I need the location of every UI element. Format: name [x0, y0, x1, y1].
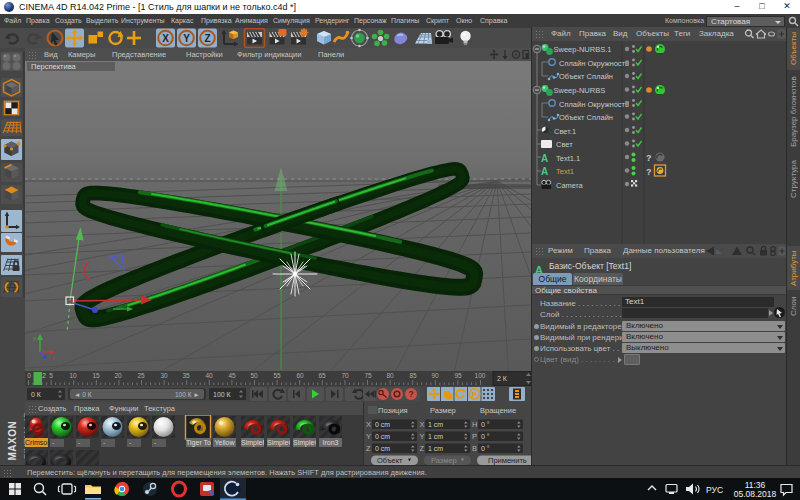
svg-text:Свет: Свет — [556, 140, 573, 149]
svg-text:Z: Z — [420, 444, 425, 453]
svg-text:Объект Сплайн: Объект Сплайн — [559, 72, 613, 81]
svg-text:2 К: 2 К — [497, 375, 508, 382]
svg-text:Z: Z — [204, 33, 210, 44]
svg-text:0 cm: 0 cm — [375, 421, 390, 428]
svg-text:РУС: РУС — [706, 485, 723, 495]
svg-text:70: 70 — [341, 372, 349, 379]
svg-text:65: 65 — [318, 372, 326, 379]
svg-text:0 cm: 0 cm — [375, 445, 390, 452]
svg-text:75: 75 — [364, 372, 372, 379]
svg-text:60: 60 — [296, 372, 304, 379]
svg-text:Вращение: Вращение — [480, 406, 516, 415]
svg-text:85: 85 — [409, 372, 417, 379]
svg-text:Y: Y — [366, 432, 371, 441]
svg-text:◄ 0 К: ◄ 0 К — [74, 391, 92, 398]
svg-text:2: 2 — [42, 372, 46, 379]
svg-text:30: 30 — [160, 372, 168, 379]
svg-text:0 °: 0 ° — [481, 433, 490, 440]
svg-text:X: X — [162, 33, 169, 44]
svg-text:0 cm: 0 cm — [375, 433, 390, 440]
svg-text:80: 80 — [386, 372, 394, 379]
svg-text:50: 50 — [250, 372, 258, 379]
svg-text:Text1.1: Text1.1 — [556, 154, 580, 163]
svg-text:35: 35 — [182, 372, 190, 379]
svg-text:Свет.1: Свет.1 — [554, 127, 576, 136]
svg-text:Text1: Text1 — [556, 167, 574, 176]
svg-text:100 К ►: 100 К ► — [175, 391, 200, 398]
svg-text:Размер: Размер — [430, 406, 456, 415]
svg-text:Сплайн Окружность: Сплайн Окружность — [559, 100, 629, 109]
svg-text:10: 10 — [69, 372, 77, 379]
svg-text:?: ? — [646, 167, 652, 177]
svg-text:Размер: Размер — [431, 456, 457, 465]
svg-text:40: 40 — [205, 372, 213, 379]
svg-text:Sweep-NURBS.1: Sweep-NURBS.1 — [554, 45, 612, 54]
svg-text:0 К: 0 К — [31, 391, 42, 398]
svg-text:Y: Y — [420, 432, 425, 441]
svg-text:0: 0 — [27, 372, 31, 379]
svg-text:0 °: 0 ° — [481, 445, 490, 452]
svg-text:90: 90 — [431, 372, 439, 379]
svg-text:1 cm: 1 cm — [428, 433, 443, 440]
svg-text:45: 45 — [228, 372, 236, 379]
svg-text:100 К: 100 К — [213, 391, 232, 398]
svg-text:11:36: 11:36 — [745, 480, 766, 490]
svg-text:Сплайн Окружность: Сплайн Окружность — [559, 59, 629, 68]
svg-text:Объект: Объект — [377, 456, 403, 465]
svg-text:P: P — [472, 390, 477, 399]
svg-text:Позиция: Позиция — [378, 406, 408, 415]
svg-text:?: ? — [646, 153, 652, 163]
svg-text:x: x — [52, 355, 55, 361]
svg-text:?: ? — [408, 389, 413, 399]
svg-text:Sweep-NURBS: Sweep-NURBS — [554, 86, 606, 95]
svg-text:1 cm: 1 cm — [428, 445, 443, 452]
svg-text:A: A — [541, 153, 548, 164]
svg-text:15: 15 — [92, 372, 100, 379]
svg-text:Z: Z — [366, 444, 371, 453]
svg-text:X: X — [366, 420, 371, 429]
svg-text:5: 5 — [49, 372, 53, 379]
svg-text:25: 25 — [137, 372, 145, 379]
svg-text:Объект Сплайн: Объект Сплайн — [559, 113, 613, 122]
svg-text:P: P — [472, 432, 477, 441]
svg-text:Camera: Camera — [556, 181, 584, 190]
svg-text:Применить: Применить — [488, 456, 527, 465]
svg-text:A: A — [541, 166, 548, 177]
svg-text:H: H — [472, 420, 477, 429]
svg-text:05.08.2018: 05.08.2018 — [734, 489, 777, 499]
svg-text:95: 95 — [454, 372, 462, 379]
svg-text:55: 55 — [273, 372, 281, 379]
svg-text:1 cm: 1 cm — [428, 421, 443, 428]
svg-text:B: B — [472, 444, 477, 453]
svg-text:Y: Y — [183, 33, 190, 44]
svg-text:X: X — [420, 420, 425, 429]
svg-text:y: y — [33, 335, 36, 341]
svg-text:100: 100 — [475, 372, 486, 379]
svg-text:20: 20 — [114, 372, 122, 379]
svg-text:0 °: 0 ° — [481, 421, 490, 428]
